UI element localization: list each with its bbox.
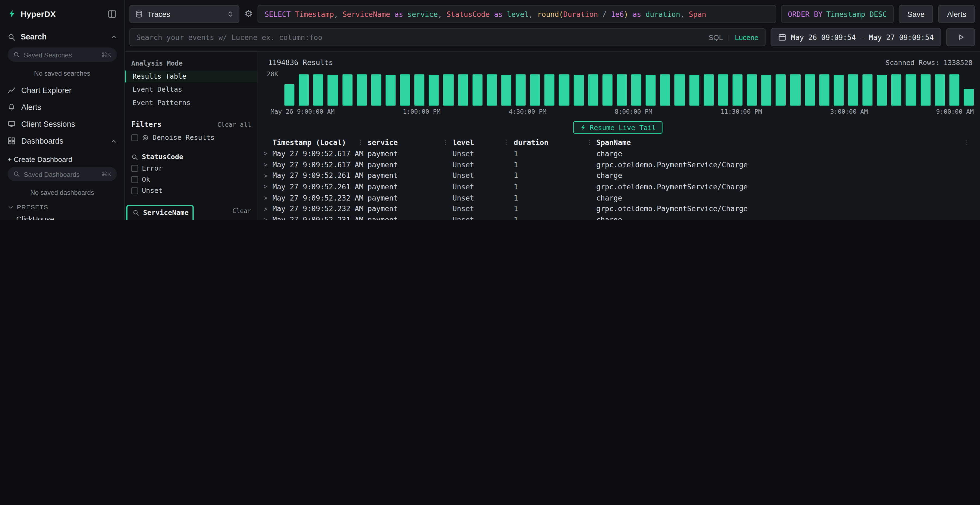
histogram-bar[interactable]	[414, 74, 425, 106]
analysis-mode-event-patterns[interactable]: Event Patterns	[125, 97, 258, 109]
run-query-button[interactable]	[946, 28, 975, 46]
histogram-bar[interactable]	[631, 74, 641, 106]
row-expand-chevron-icon[interactable]: >	[262, 216, 272, 220]
row-expand-chevron-icon[interactable]: >	[262, 205, 272, 212]
checkbox[interactable]	[131, 176, 138, 183]
histogram-bar[interactable]	[458, 74, 468, 106]
row-expand-chevron-icon[interactable]: >	[262, 183, 272, 190]
histogram-bar[interactable]	[603, 74, 612, 106]
histogram-bar[interactable]	[342, 74, 352, 106]
table-row[interactable]: >May 27 9:09:52.617 AMpaymentUnset1charg…	[262, 148, 974, 159]
histogram-bar[interactable]	[472, 74, 482, 106]
sidebar-item-chart-explorer[interactable]: Chart Explorer	[0, 82, 124, 99]
histogram-bar[interactable]	[573, 75, 583, 106]
column-header-level[interactable]: level⋮	[452, 138, 514, 146]
source-select[interactable]: Traces	[129, 5, 239, 23]
histogram-bar[interactable]	[487, 74, 497, 106]
saved-searches-input[interactable]: Saved Searches ⌘K	[8, 48, 117, 62]
column-resize-handle[interactable]: ⋮	[964, 139, 970, 146]
histogram-bar[interactable]	[920, 74, 931, 106]
histogram-bar[interactable]	[299, 74, 309, 106]
column-header-service[interactable]: service⋮	[368, 138, 452, 146]
histogram-bar[interactable]	[733, 74, 743, 106]
table-row[interactable]: >May 27 9:09:52.231 AMpaymentUnset1charg…	[262, 214, 974, 220]
facet-option-Ok[interactable]: Ok	[125, 173, 258, 185]
row-expand-chevron-icon[interactable]: >	[262, 194, 272, 201]
histogram-bar[interactable]	[617, 74, 627, 106]
histogram-bar[interactable]	[544, 74, 555, 106]
sidebar-item-client-sessions[interactable]: Client Sessions	[0, 116, 124, 132]
histogram-bar[interactable]	[819, 74, 829, 106]
source-settings-gear-icon[interactable]: ⚙	[245, 9, 253, 19]
analysis-mode-event-deltas[interactable]: Event Deltas	[125, 84, 258, 96]
histogram-bar[interactable]	[515, 74, 526, 106]
histogram-bar[interactable]	[877, 75, 887, 106]
histogram-bar[interactable]	[848, 74, 858, 106]
facet-option-payment[interactable]: ✓payment	[127, 218, 192, 220]
column-header-timestamp-local-[interactable]: Timestamp (Local)⋮	[272, 138, 368, 146]
date-range-picker[interactable]: May 26 09:09:54 - May 27 09:09:54	[770, 28, 941, 46]
denoise-results-checkbox[interactable]: Denoise Results	[125, 132, 258, 143]
facet-option-Error[interactable]: Error	[125, 162, 258, 173]
table-row[interactable]: >May 27 9:09:52.232 AMpaymentUnset1grpc.…	[262, 203, 974, 214]
histogram-bar[interactable]	[530, 74, 540, 106]
histogram-bar[interactable]	[559, 74, 569, 106]
histogram-bar[interactable]	[588, 74, 598, 106]
histogram-bar[interactable]	[935, 74, 945, 106]
histogram-bar[interactable]	[675, 74, 685, 106]
resume-live-tail-button[interactable]: Resume Live Tail	[573, 121, 663, 133]
facet-clear-link[interactable]: Clear	[232, 207, 251, 214]
presets-toggle[interactable]: PRESETS	[0, 196, 124, 213]
mode-sql-toggle[interactable]: SQL	[709, 33, 723, 41]
mode-lucene-toggle[interactable]: Lucene	[735, 33, 759, 41]
histogram-bar[interactable]	[891, 74, 902, 106]
alerts-button[interactable]: Alerts	[939, 5, 975, 23]
histogram-bar[interactable]	[862, 74, 872, 106]
histogram-bar[interactable]	[790, 74, 800, 106]
histogram-bar[interactable]	[501, 75, 511, 106]
histogram-bar[interactable]	[385, 75, 396, 106]
histogram-bar[interactable]	[400, 74, 410, 106]
table-row[interactable]: >May 27 9:09:52.617 AMpaymentUnset1grpc.…	[262, 159, 974, 170]
histogram-bar[interactable]	[328, 75, 338, 106]
column-resize-handle[interactable]: ⋮	[358, 139, 364, 146]
histogram-bar[interactable]	[285, 84, 294, 106]
sidebar-section-search[interactable]: Search	[0, 27, 124, 44]
table-row[interactable]: >May 27 9:09:52.261 AMpaymentUnset1charg…	[262, 170, 974, 181]
histogram-bar[interactable]	[429, 75, 439, 106]
sidebar-item-alerts[interactable]: Alerts	[0, 99, 124, 116]
sidebar-collapse-icon[interactable]	[108, 9, 117, 18]
create-dashboard-button[interactable]: + Create Dashboard	[0, 149, 124, 163]
checkbox[interactable]	[131, 165, 138, 172]
sql-query-editor[interactable]: SELECT Timestamp, ServiceName as service…	[258, 5, 776, 23]
checkbox[interactable]	[131, 187, 138, 194]
histogram-bar[interactable]	[660, 74, 670, 106]
facet-header-ServiceName[interactable]: ServiceName	[127, 207, 192, 218]
histogram-bar[interactable]	[949, 74, 959, 106]
histogram-bar[interactable]	[371, 74, 381, 106]
column-resize-handle[interactable]: ⋮	[586, 139, 593, 146]
histogram-bar[interactable]	[805, 74, 815, 106]
row-expand-chevron-icon[interactable]: >	[262, 172, 272, 179]
column-resize-handle[interactable]: ⋮	[504, 139, 510, 146]
save-button[interactable]: Save	[899, 5, 933, 23]
saved-dashboards-input[interactable]: Saved Dashboards ⌘K	[8, 167, 117, 181]
histogram-bar[interactable]	[761, 75, 772, 106]
clear-all-filters-link[interactable]: Clear all	[218, 121, 251, 128]
histogram-bar[interactable]	[444, 74, 453, 106]
row-expand-chevron-icon[interactable]: >	[262, 150, 272, 157]
checkbox[interactable]	[131, 134, 138, 141]
preset-item-clickhouse[interactable]: ClickHouse	[0, 213, 124, 220]
column-header-spanname[interactable]: SpanName⋮	[596, 138, 974, 146]
facet-option-Unset[interactable]: Unset	[125, 185, 258, 196]
histogram-bar[interactable]	[906, 74, 916, 106]
table-row[interactable]: >May 27 9:09:52.232 AMpaymentUnset1charg…	[262, 192, 974, 203]
column-resize-handle[interactable]: ⋮	[442, 139, 449, 146]
column-header-duration[interactable]: duration⋮	[514, 138, 596, 146]
histogram-bar[interactable]	[689, 75, 699, 106]
facet-header-StatusCode[interactable]: StatusCode	[125, 152, 258, 162]
histogram-bar[interactable]	[834, 75, 844, 106]
sidebar-item-dashboards[interactable]: Dashboards	[0, 132, 124, 149]
histogram-bar[interactable]	[747, 74, 757, 106]
row-expand-chevron-icon[interactable]: >	[262, 161, 272, 168]
